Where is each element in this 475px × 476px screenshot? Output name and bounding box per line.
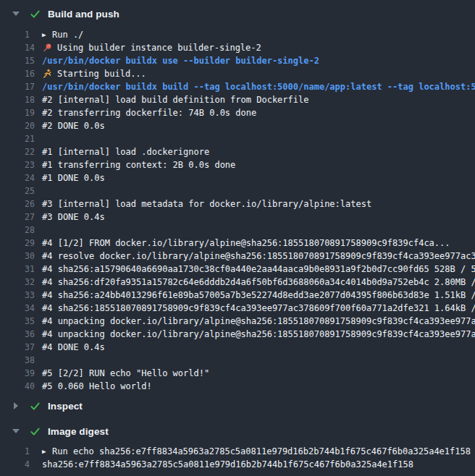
line-number[interactable]: 23 [25, 158, 42, 171]
chevron-icon[interactable] [12, 429, 20, 433]
line-number[interactable]: 39 [25, 367, 42, 380]
line-number[interactable]: 38 [25, 354, 42, 367]
line-number[interactable]: 36 [25, 328, 42, 341]
line-number[interactable]: 20 [25, 119, 42, 132]
section-title: Image digest [48, 426, 109, 437]
line-text: /usr/bin/docker buildx build --tag local… [42, 80, 475, 93]
line-number[interactable]: 26 [25, 197, 42, 211]
line-number[interactable]: 15 [25, 54, 42, 67]
log-line: 18 #2 [internal] load build definition f… [0, 93, 475, 106]
line-number[interactable]: 33 [25, 289, 42, 302]
log-line: 14 Using builder instance builder-single… [0, 41, 475, 54]
log-line: 39 #5 [2/2] RUN echo "Hello world!" [0, 367, 475, 380]
log-line: 1 ▶Run echo sha256:e7ff8834a5963a2785c5a… [0, 445, 475, 458]
line-text: Using builder instance builder-single-2 [57, 41, 261, 54]
log-line: 22 #1 [internal] load .dockerignore [0, 145, 475, 158]
log-line: 40 #5 0.060 Hello world! [0, 380, 475, 393]
line-number[interactable]: 14 [25, 41, 42, 54]
line-text: #3 [internal] load metadata for docker.i… [42, 197, 371, 211]
line-number[interactable]: 29 [25, 237, 42, 250]
log-section-inspect: Inspect [0, 398, 475, 414]
log-lines: 1 ▶Run ./ 14 Using builder instance buil… [0, 28, 475, 393]
line-number[interactable]: 34 [25, 302, 42, 315]
log-line: 32 #4 sha256:df20fa9351a15782c64e6dddb2d… [0, 276, 475, 289]
line-text: #4 unpacking docker.io/library/alpine@sh… [42, 315, 475, 328]
line-text: Run echo sha256:e7ff8834a5963a2785c5a081… [52, 445, 471, 458]
line-text: #4 DONE 0.4s [42, 341, 105, 354]
success-check-icon [29, 8, 41, 20]
line-number[interactable]: 21 [25, 132, 42, 145]
log-line: 1 ▶Run ./ [0, 28, 475, 41]
line-number[interactable]: 25 [25, 184, 42, 197]
log-section-build-and-push: Build and push 1 ▶Run ./ 14 Using builde… [0, 6, 475, 393]
line-number[interactable]: 1 [25, 28, 42, 41]
log-line: 25 [0, 184, 475, 197]
line-number[interactable]: 31 [25, 263, 42, 276]
line-number[interactable]: 1 [25, 445, 42, 458]
line-text: #2 [internal] load build definition from… [42, 93, 308, 106]
line-number[interactable]: 37 [25, 341, 42, 354]
line-text: #4 sha256:a24bb4013296f61e89ba57005a7b3e… [42, 289, 475, 302]
line-text: #5 0.060 Hello world! [42, 380, 152, 393]
line-text: /usr/bin/docker buildx use --builder bui… [42, 54, 319, 67]
log-line: 28 [0, 224, 475, 237]
workflow-log-viewer: Build and push 1 ▶Run ./ 14 Using builde… [0, 0, 475, 471]
line-number[interactable]: 22 [25, 145, 42, 158]
log-line: 31 #4 sha256:a15790640a6690aa1730c38cf0a… [0, 263, 475, 276]
line-number[interactable]: 28 [25, 224, 42, 237]
line-number[interactable]: 4 [25, 458, 42, 471]
log-line: 17 /usr/bin/docker buildx build --tag lo… [0, 80, 475, 93]
log-line: 33 #4 sha256:a24bb4013296f61e89ba57005a7… [0, 289, 475, 302]
expand-toggle-icon[interactable]: ▶ [42, 445, 52, 458]
pushpin-icon [42, 43, 52, 53]
line-text: #4 resolve docker.io/library/alpine@sha2… [42, 250, 475, 263]
line-text: sha256:e7ff8834a5963a2785c5a0811e979d16b… [42, 458, 413, 471]
chevron-icon[interactable] [12, 12, 20, 16]
line-number[interactable]: 18 [25, 93, 42, 106]
line-text: #4 [1/2] FROM docker.io/library/alpine@s… [42, 237, 450, 250]
line-text: #4 sha256:185518070891758909c9f839cf4ca3… [42, 302, 475, 315]
line-text: #3 DONE 0.4s [42, 211, 105, 224]
line-text: #5 [2/2] RUN echo "Hello world!" [42, 367, 209, 380]
line-text: #4 unpacking docker.io/library/alpine@sh… [42, 328, 475, 341]
line-number[interactable]: 40 [25, 380, 42, 393]
log-line: 4 sha256:e7ff8834a5963a2785c5a0811e979d1… [0, 458, 475, 471]
section-title: Build and push [48, 9, 119, 20]
log-line: 34 #4 sha256:185518070891758909c9f839cf4… [0, 302, 475, 315]
line-number[interactable]: 17 [25, 80, 42, 93]
log-lines: 1 ▶Run echo sha256:e7ff8834a5963a2785c5a… [0, 445, 475, 471]
section-header[interactable]: Build and push [0, 6, 475, 22]
log-line: 37 #4 DONE 0.4s [0, 341, 475, 354]
section-header[interactable]: Inspect [0, 398, 475, 414]
line-text: #4 sha256:a15790640a6690aa1730c38cf0a440… [42, 263, 475, 276]
line-number[interactable]: 19 [25, 106, 42, 119]
line-number[interactable]: 30 [25, 250, 42, 263]
line-number[interactable]: 27 [25, 211, 42, 224]
line-text: #4 sha256:df20fa9351a15782c64e6dddb2d4a6… [42, 276, 475, 289]
log-line: 38 [0, 354, 475, 367]
expand-toggle-icon[interactable]: ▶ [42, 28, 52, 41]
log-line: 19 #2 transferring dockerfile: 74B 0.0s … [0, 106, 475, 119]
log-line: 29 #4 [1/2] FROM docker.io/library/alpin… [0, 237, 475, 250]
line-number[interactable]: 35 [25, 315, 42, 328]
success-check-icon [29, 400, 41, 412]
line-text: #2 transferring dockerfile: 74B 0.0s don… [42, 106, 256, 119]
line-number[interactable]: 16 [25, 67, 42, 80]
line-text: #2 DONE 0.0s [42, 119, 105, 132]
line-number[interactable]: 24 [25, 171, 42, 184]
log-line: 36 #4 unpacking docker.io/library/alpine… [0, 328, 475, 341]
log-line: 24 #1 DONE 0.0s [0, 171, 475, 184]
log-line: 23 #1 transferring context: 2B 0.0s done [0, 158, 475, 171]
line-text: Run ./ [52, 28, 83, 41]
line-text: #1 transferring context: 2B 0.0s done [42, 158, 235, 171]
log-line: 27 #3 DONE 0.4s [0, 211, 475, 224]
line-text: #1 DONE 0.0s [42, 171, 105, 184]
line-number[interactable]: 32 [25, 276, 42, 289]
log-line: 20 #2 DONE 0.0s [0, 119, 475, 132]
section-header[interactable]: Image digest [0, 423, 475, 439]
chevron-icon[interactable] [12, 402, 20, 409]
log-line: 35 #4 unpacking docker.io/library/alpine… [0, 315, 475, 328]
log-line: 15 /usr/bin/docker buildx use --builder … [0, 54, 475, 67]
log-line: 21 [0, 132, 475, 145]
success-check-icon [29, 425, 41, 437]
